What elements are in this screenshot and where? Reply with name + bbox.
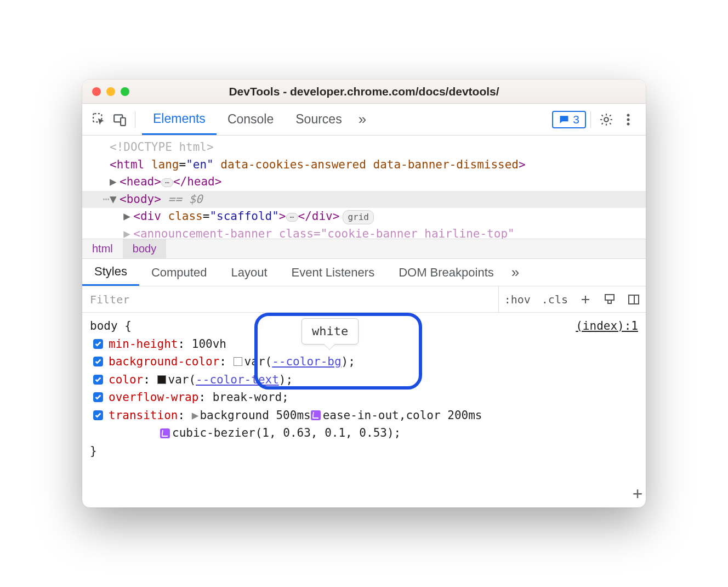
tab-sources[interactable]: Sources bbox=[285, 104, 352, 135]
selected-node[interactable]: ⋯▼<body> == $0 bbox=[82, 191, 646, 208]
svg-point-5 bbox=[627, 118, 630, 121]
easing-icon[interactable] bbox=[311, 410, 321, 420]
ellipsis-icon[interactable]: ⋯ bbox=[286, 213, 298, 222]
cls-toggle[interactable]: .cls bbox=[536, 286, 573, 312]
prop-color[interactable]: color: var(--color-text); bbox=[90, 371, 638, 389]
breadcrumb-body[interactable]: body bbox=[123, 239, 166, 258]
prop-overflow-wrap[interactable]: overflow-wrap: break-word; bbox=[90, 388, 638, 407]
resolved-value-tooltip: white bbox=[302, 318, 359, 345]
svg-point-6 bbox=[627, 122, 630, 125]
panel-toggle-icon[interactable] bbox=[622, 286, 646, 312]
rule-close: } bbox=[90, 442, 638, 460]
window-controls bbox=[82, 87, 129, 96]
color-swatch-icon[interactable] bbox=[157, 375, 166, 384]
styles-subtabs: Styles Computed Layout Event Listeners D… bbox=[82, 259, 646, 286]
ellipsis-icon[interactable]: ⋯ bbox=[161, 178, 173, 187]
prop-transition[interactable]: transition: ▶ background 500ms ease-in-o… bbox=[90, 407, 638, 425]
inspect-icon[interactable] bbox=[89, 109, 110, 130]
svg-point-4 bbox=[627, 114, 630, 116]
titlebar: DevTools - developer.chrome.com/docs/dev… bbox=[82, 80, 646, 104]
prop-min-height[interactable]: min-height: 100vh bbox=[90, 335, 638, 353]
styles-pane[interactable]: (index):1 body { min-height: 100vh backg… bbox=[82, 313, 646, 507]
filter-input[interactable] bbox=[82, 286, 499, 312]
main-tabs: Elements Console Sources » bbox=[142, 104, 372, 135]
add-property-icon[interactable]: + bbox=[633, 481, 642, 507]
close-icon[interactable] bbox=[92, 87, 101, 96]
tab-console[interactable]: Console bbox=[217, 104, 285, 135]
source-link[interactable]: (index):1 bbox=[576, 317, 638, 335]
prop-transition-cont[interactable]: cubic-bezier(1, 0.63, 0.1, 0.53); bbox=[90, 424, 638, 442]
divider bbox=[135, 111, 135, 128]
new-rule-icon[interactable] bbox=[573, 286, 598, 312]
more-tabs-icon[interactable]: » bbox=[353, 104, 372, 135]
doctype: <!DOCTYPE html> bbox=[110, 140, 214, 154]
subtab-styles[interactable]: Styles bbox=[82, 259, 139, 286]
expand-icon[interactable]: ▶ bbox=[192, 407, 199, 425]
messages-count: 3 bbox=[573, 113, 579, 126]
more-menu-icon[interactable] bbox=[617, 113, 639, 126]
breadcrumb-html[interactable]: html bbox=[82, 239, 123, 258]
divider bbox=[590, 111, 591, 128]
prop-toggle[interactable] bbox=[93, 339, 103, 349]
svg-point-3 bbox=[604, 117, 608, 122]
prop-toggle[interactable] bbox=[93, 392, 103, 402]
window-title: DevTools - developer.chrome.com/docs/dev… bbox=[82, 85, 646, 98]
subtab-event-listeners[interactable]: Event Listeners bbox=[280, 259, 387, 286]
more-subtabs-icon[interactable]: » bbox=[506, 264, 525, 281]
breadcrumb: html body bbox=[82, 239, 646, 259]
prop-toggle[interactable] bbox=[93, 357, 103, 366]
rule-selector[interactable]: body { bbox=[90, 317, 638, 335]
dom-tree[interactable]: <!DOCTYPE html> <html lang="en" data-coo… bbox=[82, 136, 646, 239]
devtools-window: DevTools - developer.chrome.com/docs/dev… bbox=[82, 80, 646, 507]
tab-elements[interactable]: Elements bbox=[142, 104, 217, 135]
hover-toggle[interactable]: :hov bbox=[499, 286, 536, 312]
prop-toggle[interactable] bbox=[93, 410, 103, 420]
svg-rect-7 bbox=[605, 295, 614, 300]
subtab-layout[interactable]: Layout bbox=[219, 259, 279, 286]
brush-icon[interactable] bbox=[598, 286, 622, 312]
prop-background-color[interactable]: background-color: var(--color-bg); bbox=[90, 353, 638, 371]
messages-badge[interactable]: 3 bbox=[552, 111, 586, 128]
minimize-icon[interactable] bbox=[106, 87, 115, 96]
subtab-computed[interactable]: Computed bbox=[139, 259, 219, 286]
prop-toggle[interactable] bbox=[93, 375, 103, 385]
css-var-link[interactable]: --color-text bbox=[196, 371, 279, 389]
main-toolbar: Elements Console Sources » 3 bbox=[82, 104, 646, 136]
easing-icon[interactable] bbox=[160, 428, 170, 438]
styles-filter-bar: :hov .cls bbox=[82, 286, 646, 313]
device-toggle-icon[interactable] bbox=[110, 109, 130, 130]
settings-icon[interactable] bbox=[595, 112, 617, 127]
maximize-icon[interactable] bbox=[121, 87, 129, 96]
subtab-dom-breakpoints[interactable]: DOM Breakpoints bbox=[386, 259, 506, 286]
css-var-link[interactable]: --color-bg bbox=[272, 353, 341, 371]
color-swatch-icon[interactable] bbox=[234, 357, 242, 366]
svg-rect-2 bbox=[121, 117, 126, 125]
grid-badge[interactable]: grid bbox=[343, 210, 374, 224]
